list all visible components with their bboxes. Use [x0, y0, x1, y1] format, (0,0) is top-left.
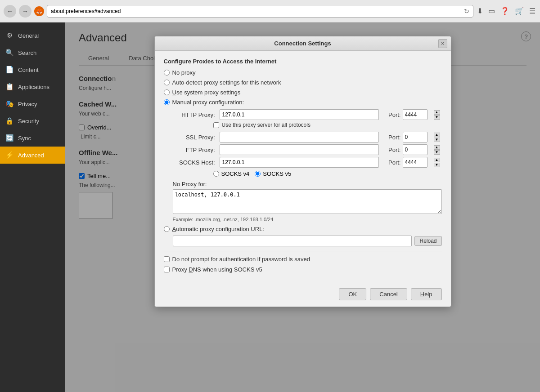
proxy-dns-label: Proxy DNS when using SOCKS v5 [172, 266, 262, 273]
proxy-dns-row: Proxy DNS when using SOCKS v5 [164, 266, 442, 273]
sidebar-label-sync: Sync [18, 135, 31, 142]
socks-version-row: SOCKS v4 SOCKS v5 [213, 170, 442, 177]
radio-no-proxy: No proxy [164, 69, 442, 76]
no-proxy-label: No proxy [172, 69, 196, 76]
example-text: Example: .mozilla.org, .net.nz, 192.168.… [173, 217, 442, 222]
ftp-proxy-input[interactable] [220, 144, 379, 155]
radio-auto-detect: Auto-detect proxy settings for this netw… [164, 79, 442, 86]
ssl-port-label: Port: [381, 134, 401, 141]
ssl-port-up[interactable]: ▲ [434, 133, 440, 137]
sidebar-item-search[interactable]: 🔍 Search [0, 44, 65, 61]
content-icon: 📄 [5, 66, 14, 74]
dialog-title: Connection Settings [274, 40, 331, 47]
sidebar-label-security: Security [18, 118, 39, 125]
ssl-proxy-input[interactable] [220, 132, 379, 143]
dialog-overlay: Connection Settings × Configure Proxies … [65, 22, 540, 392]
ftp-port-up[interactable]: ▲ [434, 145, 440, 150]
http-port-up[interactable]: ▲ [434, 110, 440, 115]
no-auth-label: Do not prompt for authentication if pass… [172, 256, 310, 263]
main-layout: ⚙ General 🔍 Search 📄 Content 📋 Applicati… [0, 22, 540, 392]
privacy-icon: 🎭 [5, 100, 14, 108]
ssl-proxy-label: SSL Proxy: [173, 134, 218, 141]
sidebar: ⚙ General 🔍 Search 📄 Content 📋 Applicati… [0, 22, 65, 392]
use-proxy-all-label: Use this proxy server for all protocols [222, 122, 310, 128]
applications-icon: 📋 [5, 83, 14, 91]
sidebar-item-content[interactable]: 📄 Content [0, 61, 65, 78]
socks-port-label: Port: [381, 159, 401, 166]
proxy-dns-checkbox[interactable] [164, 267, 170, 272]
system-proxy-label: Use system proxy settings [172, 89, 241, 96]
socks-port-input[interactable] [403, 157, 428, 168]
ssl-port-spinner[interactable]: ▲ ▼ [434, 133, 442, 142]
shopping-icon[interactable]: 🛒 [514, 6, 525, 16]
manual-proxy-radio[interactable] [164, 99, 170, 105]
search-icon: 🔍 [5, 49, 14, 57]
no-proxy-textarea[interactable]: localhost, 127.0.0.1 [173, 189, 442, 214]
ftp-port-spinner[interactable]: ▲ ▼ [434, 145, 442, 155]
address-bar[interactable]: about:preferences#advanced ↻ [47, 5, 473, 18]
back-button[interactable]: ← [4, 5, 16, 18]
ok-button[interactable]: OK [339, 288, 366, 300]
socks-port-down[interactable]: ▼ [434, 163, 440, 167]
socks-port-spinner[interactable]: ▲ ▼ [434, 158, 442, 167]
socks-v4-label: SOCKS v4 [221, 170, 250, 177]
socks-host-label: SOCKS Host: [173, 159, 218, 166]
menu-icon[interactable]: ☰ [528, 6, 536, 16]
socks-v5-label: SOCKS v5 [263, 170, 291, 177]
tabs-icon[interactable]: ▭ [487, 6, 496, 16]
no-auth-checkbox[interactable] [164, 256, 170, 262]
sidebar-label-applications: Applications [18, 84, 50, 90]
http-proxy-input[interactable] [220, 109, 379, 120]
dialog-footer: OK Cancel Help [155, 284, 451, 307]
reload-button[interactable]: ↻ [464, 8, 469, 15]
http-port-down[interactable]: ▼ [434, 115, 440, 120]
auto-detect-radio[interactable] [164, 80, 170, 85]
security-icon: 🔒 [5, 117, 14, 125]
address-text: about:preferences#advanced [51, 8, 121, 14]
ftp-port-input[interactable] [403, 144, 428, 155]
dialog-titlebar: Connection Settings × [155, 36, 451, 51]
http-proxy-label: HTTP Proxy: [173, 111, 218, 118]
sidebar-item-applications[interactable]: 📋 Applications [0, 78, 65, 95]
cancel-button[interactable]: Cancel [370, 288, 407, 300]
auto-proxy-url-radio[interactable] [164, 226, 170, 232]
ssl-port-down[interactable]: ▼ [434, 138, 440, 142]
socks-host-input[interactable] [220, 157, 379, 168]
sidebar-item-privacy[interactable]: 🎭 Privacy [0, 95, 65, 112]
content-area: Advanced ? General Data Choices Network … [65, 22, 540, 392]
http-port-spinner[interactable]: ▲ ▼ [434, 110, 442, 120]
sidebar-label-general: General [18, 32, 39, 39]
socks-port-up[interactable]: ▲ [434, 158, 440, 162]
sync-icon: 🔄 [5, 134, 14, 142]
auto-proxy-config-row: Automatic proxy configuration URL: [164, 226, 442, 232]
download-icon[interactable]: ⬇ [476, 6, 484, 16]
socks-v4-radio[interactable] [213, 171, 219, 177]
socks-v5-radio[interactable] [255, 171, 261, 177]
sidebar-item-advanced[interactable]: ⚡ Advanced [0, 147, 65, 164]
sidebar-item-sync[interactable]: 🔄 Sync [0, 129, 65, 147]
system-proxy-radio[interactable] [164, 89, 170, 95]
manual-proxy-label: Manual proxy configuration: [172, 99, 244, 106]
toolbar-icons: ⬇ ▭ ❓ 🛒 ☰ [476, 6, 536, 16]
help-button[interactable]: Help [411, 288, 442, 300]
no-proxy-radio[interactable] [164, 70, 170, 76]
http-port-input[interactable] [403, 109, 428, 120]
ftp-port-down[interactable]: ▼ [434, 150, 440, 155]
sidebar-label-content: Content [18, 67, 39, 73]
no-proxy-for-label: No Proxy for: [173, 181, 442, 187]
dialog-close-button[interactable]: × [438, 39, 447, 48]
radio-manual-proxy: Manual proxy configuration: [164, 99, 442, 106]
auto-proxy-url-input[interactable] [173, 236, 412, 246]
reload-button[interactable]: Reload [414, 236, 441, 246]
http-port-label: Port: [381, 111, 401, 118]
use-proxy-all-checkbox[interactable] [213, 122, 219, 128]
sidebar-item-general[interactable]: ⚙ General [0, 27, 65, 44]
forward-button[interactable]: → [19, 5, 32, 18]
sidebar-label-privacy: Privacy [18, 101, 37, 107]
ssl-port-input[interactable] [403, 132, 428, 143]
sidebar-item-security[interactable]: 🔒 Security [0, 112, 65, 129]
dialog-body: Configure Proxies to Access the Internet… [155, 51, 451, 284]
auto-detect-label: Auto-detect proxy settings for this netw… [172, 79, 281, 86]
pocket-icon[interactable]: ❓ [500, 6, 510, 16]
no-auth-prompt-row: Do not prompt for authentication if pass… [164, 256, 442, 263]
